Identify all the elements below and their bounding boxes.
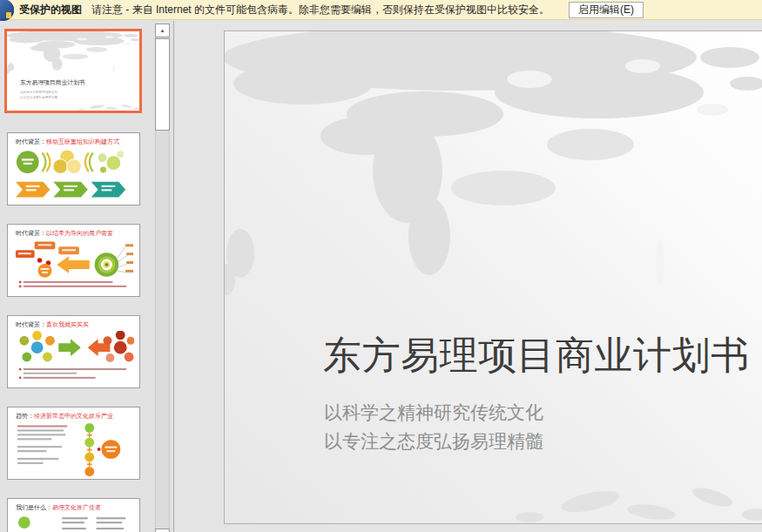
powerpoint-protected-view-window: { "protected_view_bar": { "title": "受保护的… [0, 0, 762, 532]
thumbnail-6-diagram [14, 514, 134, 532]
thumbnail-1-title: 东方易理项目商业计划书 [20, 78, 85, 87]
thumbnail-5-diagram [14, 422, 134, 478]
slide-subtitle-line-2: 以专注之态度弘扬易理精髓 [324, 427, 543, 455]
thumbnail-2-diagram [14, 148, 134, 199]
protected-view-bar: 受保护的视图 请注意 - 来自 Internet 的文件可能包含病毒。除非您需要… [0, 0, 762, 20]
thumbnail-3-title: 时代背景：以结果为导向的用户需要 [16, 230, 113, 237]
enable-editing-button[interactable]: 启用编辑(E) [569, 2, 644, 18]
thumbnail-4-title: 时代背景：喜欢我就买买买 [16, 321, 89, 328]
thumbnail-5-title: 趋势：经济新常态中的文化娱乐产业 [16, 413, 113, 420]
protected-view-shield-icon [0, 0, 14, 21]
thumbnail-1-subtitle-2: 以专注之态度弘扬易理精髓 [20, 96, 57, 99]
slide-thumbnail-5[interactable]: 趋势：经济新常态中的文化娱乐产业 [7, 407, 140, 480]
protected-view-title: 受保护的视图 [19, 3, 82, 17]
panel-divider[interactable] [173, 21, 174, 532]
main-slide-canvas: 东方易理项目商业计划书 以科学之精神研究传统文化 以专注之态度弘扬易理精髓 [224, 30, 762, 524]
thumbnail-2-title: 时代背景：移动互联重组知识构建方式 [16, 138, 119, 145]
slide-thumbnail-1[interactable]: 东方易理项目商业计划书 以科学之精神研究传统文化 以专注之态度弘扬易理精髓 [4, 29, 142, 113]
scrollbar-down-arrow[interactable]: ▼ [155, 529, 170, 532]
thumbnail-6-title: 我们是什么：易理文化推广使者 [16, 504, 101, 511]
scrollbar-up-arrow[interactable]: ▲ [155, 24, 170, 37]
slide-thumbnail-6[interactable]: 我们是什么：易理文化推广使者 [7, 498, 140, 532]
slide-subtitle-line-1: 以科学之精神研究传统文化 [324, 398, 543, 427]
thumbnail-3-diagram [14, 239, 134, 290]
protected-view-message: 请注意 - 来自 Internet 的文件可能包含病毒。除非您需要编辑，否则保持… [91, 3, 550, 17]
slide-thumbnail-2[interactable]: 时代背景：移动互联重组知识构建方式 [7, 132, 140, 205]
thumbnail-scrollbar-thumb[interactable] [155, 38, 170, 131]
thumbnail-1-subtitle-1: 以科学之精神研究传统文化 [20, 91, 57, 94]
slide-thumbnail-3[interactable]: 时代背景：以结果为导向的用户需要 [7, 224, 140, 297]
slide-title: 东方易理项目商业计划书 [323, 330, 750, 381]
slide-subtitle: 以科学之精神研究传统文化 以专注之态度弘扬易理精髓 [324, 398, 543, 455]
slide-thumbnail-4[interactable]: 时代背景：喜欢我就买买买 [7, 315, 140, 388]
thumbnail-4-diagram [14, 331, 134, 381]
